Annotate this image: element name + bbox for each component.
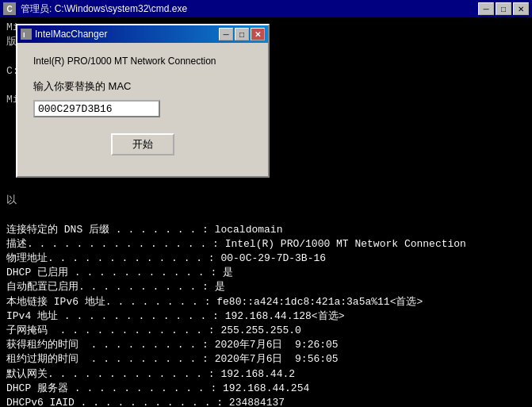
cmd-line (6, 179, 526, 194)
cmd-line: 描述. . . . . . . . . . . . . . . : Intel(… (6, 237, 526, 251)
cmd-line: IPv4 地址 . . . . . . . . . . . . : 192.16… (6, 309, 526, 324)
cmd-line: DHCPv6 IAID . . . . . . . . . . . : 2348… (6, 396, 526, 407)
cmd-line: 物理地址. . . . . . . . . . . . . : 00-0C-29… (6, 251, 526, 266)
network-adapter-info: Intel(R) PRO/1000 MT Network Connection (33, 56, 252, 67)
cmd-title: 管理员: C:\Windows\system32\cmd.exe (21, 2, 478, 16)
cmd-minimize-button[interactable]: ─ (478, 2, 494, 15)
dialog-minimize-button[interactable]: ─ (219, 28, 233, 40)
dialog-button-row: 开始 (33, 133, 252, 163)
intelmacchanger-dialog: I IntelMacChanger ─ □ ✕ Intel(R) PRO/100… (16, 24, 270, 178)
cmd-line: DHCP 服务器 . . . . . . . . . . . : 192.168… (6, 382, 526, 396)
cmd-line: 自动配置已启用. . . . . . . . . . : 是 (6, 280, 526, 294)
cmd-line: 获得租约的时间 . . . . . . . . . : 2020年7月6日 9:… (6, 338, 526, 352)
cmd-maximize-button[interactable]: □ (496, 2, 511, 15)
cmd-line: 以 (6, 194, 526, 208)
start-button[interactable]: 开始 (111, 133, 174, 156)
cmd-titlebar: C 管理员: C:\Windows\system32\cmd.exe ─ □ ✕ (0, 0, 532, 17)
dialog-title: IntelMacChanger (35, 29, 219, 40)
dialog-body: Intel(R) PRO/1000 MT Network Connection … (17, 43, 268, 176)
cmd-close-button[interactable]: ✕ (513, 2, 529, 15)
dialog-close-button[interactable]: ✕ (251, 28, 265, 40)
svg-text:I: I (23, 31, 25, 39)
mac-address-input[interactable] (33, 100, 160, 117)
cmd-line: 子网掩码 . . . . . . . . . . . . : 255.255.2… (6, 324, 526, 338)
cmd-line: 连接特定的 DNS 后缀 . . . . . . . : localdomain (6, 223, 526, 237)
dialog-maximize-button[interactable]: □ (235, 28, 249, 40)
dialog-window-buttons: ─ □ ✕ (219, 28, 265, 40)
cmd-line (6, 208, 526, 222)
cmd-window-buttons: ─ □ ✕ (478, 2, 529, 15)
cmd-line: 默认网关. . . . . . . . . . . . . : 192.168.… (6, 367, 526, 382)
cmd-line: DHCP 已启用 . . . . . . . . . . . : 是 (6, 266, 526, 280)
cmd-icon: C (3, 2, 16, 15)
cmd-line: 本地链接 IPv6 地址. . . . . . . . : fe80::a424… (6, 295, 526, 309)
cmd-window: C 管理员: C:\Windows\system32\cmd.exe ─ □ ✕… (0, 0, 532, 407)
dialog-icon: I (21, 29, 32, 40)
cmd-line: 租约过期的时间 . . . . . . . . . : 2020年7月6日 9:… (6, 352, 526, 367)
mac-input-label: 输入你要替换的 MAC (33, 79, 252, 94)
dialog-titlebar: I IntelMacChanger ─ □ ✕ (17, 25, 268, 43)
